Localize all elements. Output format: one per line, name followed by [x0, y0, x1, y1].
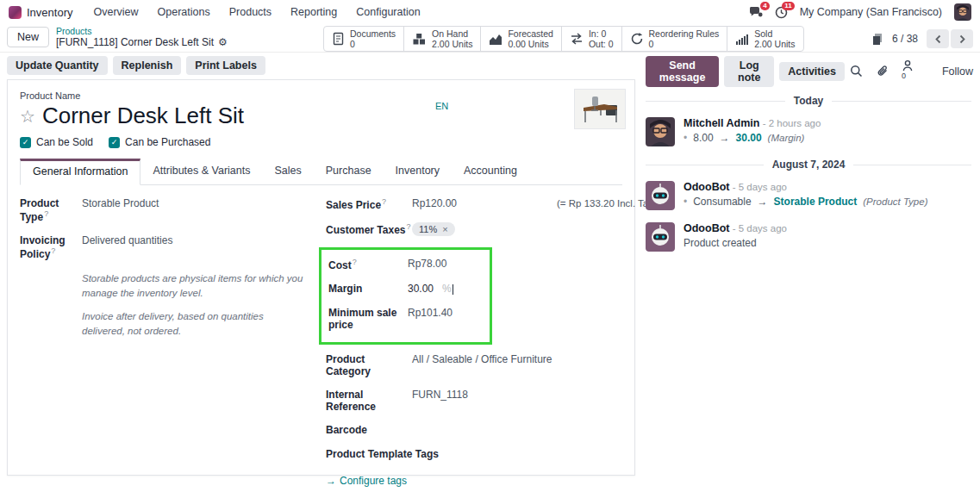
replenish-button[interactable]: Replenish: [113, 56, 182, 75]
transfer-arrows-icon: [570, 33, 584, 45]
message-author[interactable]: OdooBot: [684, 222, 729, 234]
attachments-paperclip-icon[interactable]: [876, 65, 889, 78]
tab-general-information[interactable]: General Information: [20, 159, 140, 185]
breadcrumb: Products [FURN_1118] Corner Desk Left Si…: [56, 27, 228, 48]
invoicing-policy-value[interactable]: Delivered quantities: [82, 234, 172, 260]
mitchell-admin-avatar: [646, 117, 675, 146]
product-image[interactable]: [574, 89, 626, 129]
translate-lang-button[interactable]: EN: [435, 101, 448, 111]
configure-tags-link[interactable]: →Configure tags: [326, 475, 407, 488]
update-quantity-button[interactable]: Update Quantity: [7, 56, 108, 75]
area-chart-icon: [489, 33, 502, 46]
tab-inventory[interactable]: Inventory: [384, 159, 452, 184]
company-selector[interactable]: My Company (San Francisco): [800, 6, 942, 18]
message-time: 5 days ago: [729, 182, 787, 192]
menu-item-products[interactable]: Products: [221, 4, 280, 20]
pager-count: 6 / 38: [892, 33, 918, 45]
message-time: 2 hours ago: [759, 118, 821, 128]
help-marker: ?: [406, 222, 410, 231]
app-name[interactable]: Inventory: [27, 6, 72, 19]
odoobot-avatar: [646, 222, 675, 252]
stat-button-sold[interactable]: Sold2.00 Units: [727, 26, 803, 52]
invoicing-help-text: Invoice after delivery, based on quantit…: [82, 309, 306, 338]
stat-button-forecasted[interactable]: Forecasted0.00 Units: [480, 26, 562, 52]
odoo-inventory-product-page: Inventory Overview Operations Products R…: [0, 0, 980, 492]
activities-clock-icon[interactable]: 11: [775, 6, 788, 19]
favorite-star-icon[interactable]: ☆: [20, 108, 35, 125]
gear-icon[interactable]: ⚙: [218, 37, 228, 48]
log-note-button[interactable]: Log note: [724, 56, 774, 87]
storable-help-text: Storable products are physical items for…: [82, 271, 306, 300]
menu-item-operations[interactable]: Operations: [149, 4, 219, 20]
internal-reference-input[interactable]: FURN_1118: [412, 389, 468, 413]
new-button[interactable]: New: [7, 27, 49, 47]
document-icon: [332, 32, 345, 46]
invoicing-policy-label: Invoicing Policy?: [20, 234, 82, 260]
arrow-right-icon: →: [758, 196, 768, 208]
can-be-purchased-checkbox[interactable]: ✓ Can be Purchased: [109, 136, 210, 148]
message-author[interactable]: Mitchell Admin: [684, 117, 759, 129]
message-time: 5 days ago: [729, 223, 787, 234]
tab-sales[interactable]: Sales: [263, 159, 314, 184]
cost-label: Cost?: [328, 258, 408, 271]
sales-price-input[interactable]: Rp120.00: [412, 197, 457, 211]
chatter-message: OdooBot5 days ago • Consumable → Storabl…: [646, 181, 971, 210]
search-messages-icon[interactable]: [850, 65, 863, 78]
product-type-label: Product Type?: [20, 197, 82, 223]
highlight-box: Cost? Rp78.00 Margin 30.00% Minimum sale…: [319, 247, 492, 345]
activities-button[interactable]: Activities: [779, 62, 845, 81]
remove-tax-icon[interactable]: ×: [442, 224, 447, 234]
control-panel: New Products [FURN_1118] Corner Desk Lef…: [0, 24, 980, 53]
stat-button-reordering-rules[interactable]: Reordering Rules0: [621, 26, 728, 52]
stat-button-documents[interactable]: Documents0: [323, 26, 404, 52]
customer-tax-tag[interactable]: 11% ×: [412, 222, 455, 236]
odoobot-avatar: [646, 181, 675, 210]
followers-icon[interactable]: 0: [902, 58, 914, 85]
help-marker: ?: [51, 246, 55, 255]
barcode-label: Barcode: [326, 424, 412, 437]
messages-badge: 4: [760, 2, 769, 10]
cost-input[interactable]: Rp78.00: [408, 258, 446, 271]
chatter-message: Mitchell Admin2 hours ago • 8.00 → 30.00…: [646, 117, 971, 146]
pager-next-button[interactable]: [951, 29, 973, 48]
chatter-thread: Today Mitchell Admin2 hours ago • 8.00 →…: [646, 86, 971, 264]
stat-button-on-hand[interactable]: On Hand2.00 Units: [403, 26, 481, 52]
app-switcher[interactable]: Inventory: [9, 6, 72, 19]
product-category-label: Product Category: [326, 353, 412, 377]
minimum-sale-price-input[interactable]: Rp101.40: [408, 307, 453, 331]
follow-button[interactable]: Follow: [942, 65, 973, 78]
menu-item-reporting[interactable]: Reporting: [282, 4, 346, 20]
boxes-icon: [412, 32, 427, 46]
help-marker: ?: [382, 197, 386, 206]
print-labels-button[interactable]: Print Labels: [186, 56, 265, 75]
checkbox-check-icon: ✓: [109, 137, 120, 148]
pager-previous-button[interactable]: [927, 29, 949, 48]
product-type-value[interactable]: Storable Product: [82, 197, 159, 223]
tracking-change: • Consumable → Storable Product (Product…: [684, 196, 927, 208]
user-avatar[interactable]: [954, 3, 971, 21]
stat-buttons: Documents0 On Hand2.00 Units Forecasted0…: [323, 26, 804, 52]
stat-button-in-out[interactable]: In: 0Out: 0: [561, 26, 622, 52]
product-name-title[interactable]: Corner Desk Left Sit: [42, 103, 244, 129]
menu-item-configuration[interactable]: Configuration: [347, 4, 428, 20]
tab-purchase[interactable]: Purchase: [314, 159, 384, 184]
tab-accounting[interactable]: Accounting: [452, 159, 529, 184]
product-template-tags-label: Product Template Tags: [326, 448, 446, 461]
can-be-sold-checkbox[interactable]: ✓ Can be Sold: [20, 136, 93, 148]
message-author[interactable]: OdooBot: [684, 181, 729, 193]
messages-icon[interactable]: 4: [749, 6, 763, 18]
breadcrumb-parent[interactable]: Products: [56, 27, 228, 37]
tab-attributes-variants[interactable]: Attributes & Variants: [140, 159, 262, 184]
fields-right-column: Sales Price? Rp120.00 (= Rp 133.20 Incl.…: [326, 197, 622, 492]
refresh-icon: [630, 32, 644, 46]
sales-price-label: Sales Price?: [326, 197, 412, 211]
bar-chart-icon: [735, 33, 749, 46]
followers-count: 0: [902, 72, 906, 80]
send-message-button[interactable]: Send message: [646, 56, 719, 87]
menu-item-overview[interactable]: Overview: [84, 4, 147, 20]
arrow-right-icon: →: [720, 132, 730, 144]
stacked-pages-icon[interactable]: [871, 33, 883, 46]
margin-input[interactable]: 30.00%: [408, 283, 453, 296]
product-category-value[interactable]: All / Saleable / Office Furniture: [412, 353, 552, 377]
activities-badge: 11: [782, 2, 794, 10]
